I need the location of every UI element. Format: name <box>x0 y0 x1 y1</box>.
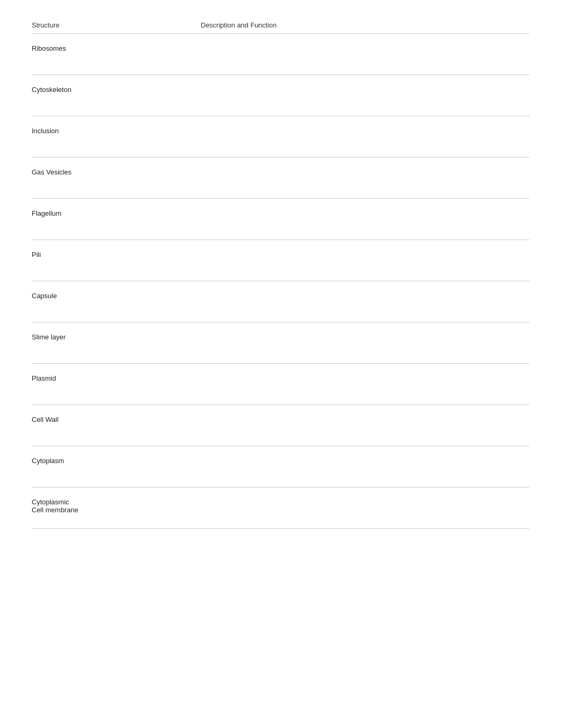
row-structure-cytoplasmic-cell-membrane: Cytoplasmic Cell membrane <box>32 497 201 514</box>
page-container: Structure Description and Function Ribos… <box>0 0 561 728</box>
table-row-gas-vesicles: Gas Vesicles <box>32 158 529 199</box>
row-structure-inclusion: Inclusion <box>32 126 201 135</box>
table-row-capsule: Capsule <box>32 281 529 322</box>
table-row-ribosomes: Ribosomes <box>32 34 529 75</box>
row-structure-plasmid: Plasmid <box>32 373 201 382</box>
table-row-flagellum: Flagellum <box>32 199 529 240</box>
row-structure-capsule: Capsule <box>32 291 201 300</box>
row-structure-cytoskeleton: Cytoskeleton <box>32 85 201 94</box>
table-row-cytoplasm: Cytoplasm <box>32 446 529 487</box>
row-structure-slime-layer: Slime layer <box>32 332 201 341</box>
table-body: RibosomesCytoskeletonInclusionGas Vesicl… <box>32 34 529 529</box>
row-structure-cytoplasm: Cytoplasm <box>32 456 201 465</box>
table-header: Structure Description and Function <box>32 21 529 34</box>
row-structure-ribosomes: Ribosomes <box>32 43 201 52</box>
table-row-cytoskeleton: Cytoskeleton <box>32 75 529 116</box>
row-structure-gas-vesicles: Gas Vesicles <box>32 167 201 176</box>
table-row-plasmid: Plasmid <box>32 364 529 405</box>
row-structure-flagellum: Flagellum <box>32 208 201 217</box>
row-structure-cell-wall: Cell Wall <box>32 414 201 423</box>
table-row-cytoplasmic-cell-membrane: Cytoplasmic Cell membrane <box>32 487 529 529</box>
table-row-inclusion: Inclusion <box>32 116 529 158</box>
table-row-slime-layer: Slime layer <box>32 322 529 364</box>
table-row-pili: Pili <box>32 240 529 281</box>
header-description: Description and Function <box>201 21 529 29</box>
header-structure: Structure <box>32 21 201 29</box>
table-row-cell-wall: Cell Wall <box>32 405 529 446</box>
row-structure-pili: Pili <box>32 250 201 259</box>
